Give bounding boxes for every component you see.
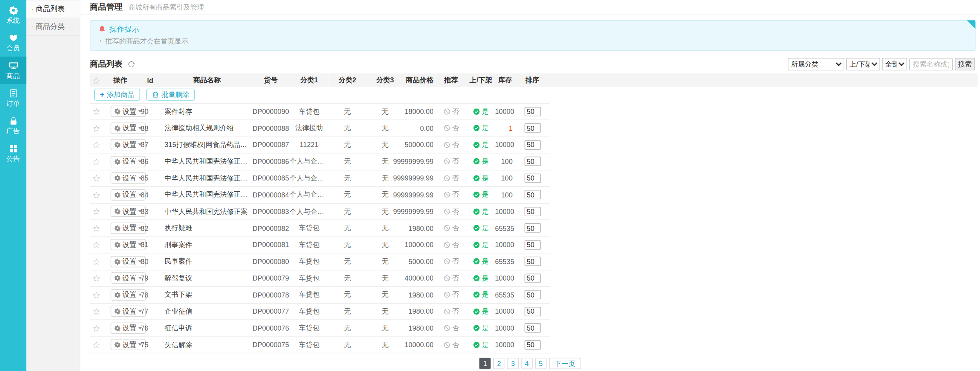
next-page-button[interactable]: 下一页 xyxy=(549,358,581,369)
page-button-3[interactable]: 3 xyxy=(507,358,519,369)
gear-icon xyxy=(114,142,120,148)
page-button-1[interactable]: 1 xyxy=(479,358,491,369)
product-category3: 无 xyxy=(366,103,404,120)
search-input[interactable] xyxy=(909,58,953,70)
product-category2: 无 xyxy=(329,253,366,270)
rail-item-2[interactable]: 会员 xyxy=(0,29,27,57)
product-category3: 无 xyxy=(366,253,404,270)
favorite-star-icon[interactable] xyxy=(92,341,100,349)
favorite-star-icon[interactable] xyxy=(92,174,100,182)
favorite-star-icon[interactable] xyxy=(92,141,100,149)
select-all-star-icon[interactable] xyxy=(92,77,100,85)
recommend-flag: 否 xyxy=(435,203,467,220)
page-button-4[interactable]: 4 xyxy=(521,358,532,369)
product-category1: 个人与企业... xyxy=(290,153,328,170)
rail-item-label: 系统 xyxy=(0,16,27,25)
rail-item-4[interactable]: 订单 xyxy=(0,84,27,112)
product-price: 50000.00 xyxy=(404,137,436,153)
category-filter-select[interactable]: 所属分类 xyxy=(788,58,844,70)
shelf-flag: 是 xyxy=(467,220,495,236)
favorite-star-icon[interactable] xyxy=(92,257,100,266)
product-name: 征信申诉 xyxy=(162,320,252,336)
gear-icon xyxy=(114,292,120,298)
favorite-star-icon[interactable] xyxy=(92,191,100,199)
favorite-star-icon[interactable] xyxy=(92,124,100,132)
sort-input[interactable] xyxy=(524,174,541,183)
stock-value: 10000 xyxy=(495,320,515,336)
sort-input[interactable] xyxy=(524,340,541,350)
sort-input[interactable] xyxy=(524,240,541,250)
stock-value: 10000 xyxy=(495,103,515,120)
page-button-2[interactable]: 2 xyxy=(493,358,505,369)
sort-input[interactable] xyxy=(524,290,541,300)
ad-icon xyxy=(8,116,18,126)
check-circle-icon xyxy=(473,291,480,298)
add-product-button[interactable]: + 添加商品 xyxy=(94,89,140,100)
favorite-star-icon[interactable] xyxy=(92,224,100,232)
ban-icon xyxy=(443,275,450,282)
table-row: 设置 75 失信解除 DP0000075 车贷包 无 无 10000.00 否 … xyxy=(90,336,978,353)
rail-item-1[interactable]: 系统 xyxy=(0,1,27,29)
sort-input[interactable] xyxy=(524,207,541,216)
product-price: 18000.00 xyxy=(404,103,436,120)
sort-input[interactable] xyxy=(524,190,541,200)
sort-input[interactable] xyxy=(524,257,541,266)
search-button[interactable]: 搜索 xyxy=(955,58,975,70)
stock-value: 10000 xyxy=(495,137,515,153)
favorite-star-icon[interactable] xyxy=(92,107,100,115)
stock-value: 65535 xyxy=(495,253,515,270)
favorite-star-icon[interactable] xyxy=(92,207,100,216)
rail-item-3[interactable]: 商品 xyxy=(0,57,27,84)
filter-bar: 所属分类 上/下架 全部 搜索 xyxy=(788,58,977,70)
product-sku: DP0000075 xyxy=(252,336,290,353)
sort-input[interactable] xyxy=(524,124,541,133)
rail-item-label: 订单 xyxy=(0,99,27,108)
ban-icon xyxy=(443,175,450,182)
recommend-flag: 否 xyxy=(435,220,467,236)
submenu-item-2[interactable]: ·商品分类 xyxy=(27,18,80,36)
ban-icon xyxy=(443,141,450,148)
batch-delete-button[interactable]: 批量删除 xyxy=(146,89,195,100)
check-circle-icon xyxy=(473,158,480,165)
gear-icon xyxy=(114,208,120,214)
favorite-star-icon[interactable] xyxy=(92,274,100,282)
product-name: 案件封存 xyxy=(162,103,252,120)
favorite-star-icon[interactable] xyxy=(92,241,100,249)
submenu-item-1[interactable]: ·商品列表 xyxy=(27,1,80,18)
shelf-filter-select[interactable]: 上/下架 xyxy=(846,58,880,70)
tip-item: › 推荐的商品才会在首页显示 xyxy=(98,37,967,46)
settings-label: 设置 xyxy=(123,207,136,216)
product-name: 执行疑难 xyxy=(162,220,252,236)
rail-item-6[interactable]: 公告 xyxy=(0,140,27,167)
table-row: 设置 90 案件封存 DP0000090 车贷包 无 无 18000.00 否 … xyxy=(90,103,978,120)
collapse-corner[interactable] xyxy=(967,20,976,29)
sort-input[interactable] xyxy=(524,307,541,316)
stock-value: 100 xyxy=(495,153,515,170)
submenu-item-label: 商品分类 xyxy=(36,23,65,30)
sort-input[interactable] xyxy=(524,223,541,233)
product-category1: 车贷包 xyxy=(290,253,328,270)
sort-input[interactable] xyxy=(524,157,541,166)
page-button-5[interactable]: 5 xyxy=(535,358,547,369)
scope-filter-select[interactable]: 全部 xyxy=(882,58,907,70)
sort-input[interactable] xyxy=(524,323,541,333)
product-category2: 无 xyxy=(329,120,366,136)
rail-item-5[interactable]: 广告 xyxy=(0,112,27,140)
refresh-button[interactable] xyxy=(127,59,136,69)
settings-label: 设置 xyxy=(123,190,136,200)
sort-input[interactable] xyxy=(524,140,541,150)
favorite-star-icon[interactable] xyxy=(92,157,100,165)
sort-input[interactable] xyxy=(524,107,541,116)
favorite-star-icon[interactable] xyxy=(92,291,100,299)
shelf-flag: 是 xyxy=(467,270,495,286)
bell-icon xyxy=(98,25,106,33)
favorite-star-icon[interactable] xyxy=(92,307,100,316)
table-row: 设置 78 文书下架 DP0000078 车贷包 无 无 1980.00 否 是… xyxy=(90,286,978,303)
tip-text: 推荐的商品才会在首页显示 xyxy=(105,37,188,46)
product-name: 法律援助相关规则介绍 xyxy=(162,120,252,136)
product-price: 99999999.99 xyxy=(404,153,436,170)
page-header: 商品管理 商城所有商品索引及管理 xyxy=(80,0,980,15)
shelf-flag: 是 xyxy=(467,303,495,320)
favorite-star-icon[interactable] xyxy=(92,324,100,332)
sort-input[interactable] xyxy=(524,273,541,283)
